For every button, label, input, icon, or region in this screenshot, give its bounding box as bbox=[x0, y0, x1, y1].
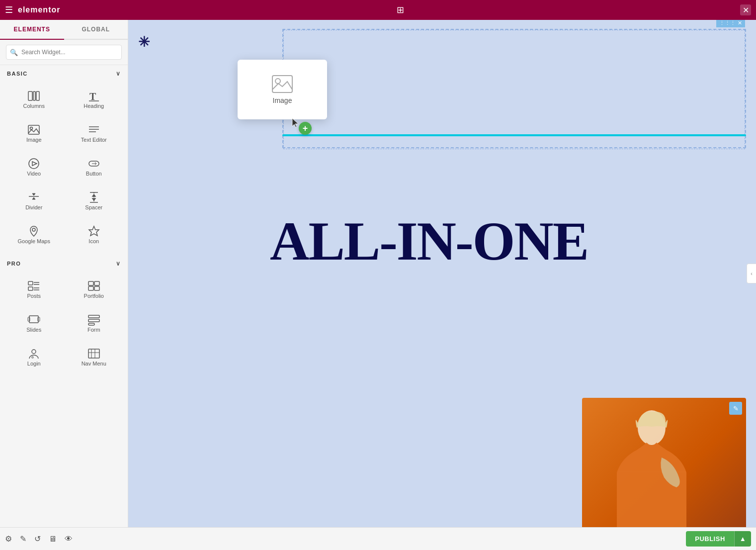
login-icon bbox=[27, 347, 41, 361]
widget-image-label: Image bbox=[26, 137, 42, 143]
widget-login-label: Login bbox=[27, 361, 41, 367]
section-dots-icon[interactable]: ⋮⋮⋮ bbox=[719, 20, 736, 26]
cyan-divider-line bbox=[282, 134, 746, 136]
form-icon bbox=[87, 313, 101, 327]
svg-rect-37 bbox=[88, 315, 99, 318]
widget-video-label: Video bbox=[27, 171, 41, 177]
svg-text:T: T bbox=[89, 91, 96, 102]
svg-rect-24 bbox=[28, 281, 33, 285]
section-pro-header[interactable]: PRO ∨ bbox=[0, 255, 128, 271]
publish-btn-wrap: PUBLISH ▲ bbox=[686, 531, 751, 547]
photo-edit-button[interactable]: ✎ bbox=[729, 402, 742, 415]
svg-rect-32 bbox=[88, 286, 93, 290]
tab-elements[interactable]: ELEMENTS bbox=[0, 20, 64, 40]
widget-video[interactable]: Video bbox=[4, 149, 64, 183]
close-button[interactable]: ✕ bbox=[740, 4, 751, 15]
widget-icon[interactable]: Icon bbox=[64, 216, 124, 250]
widget-text-editor-label: Text Editor bbox=[81, 137, 107, 143]
responsive-icon[interactable]: 🖥 bbox=[49, 535, 57, 544]
all-in-one-text: ALL-IN-ONE bbox=[270, 214, 751, 269]
columns-icon bbox=[27, 89, 41, 103]
section-basic-header[interactable]: BASIC ∨ bbox=[0, 65, 128, 81]
svg-marker-11 bbox=[32, 162, 37, 166]
widget-login[interactable]: Login bbox=[4, 339, 64, 372]
google-maps-icon bbox=[27, 224, 41, 238]
svg-rect-31 bbox=[94, 281, 99, 285]
widget-portfolio-label: Portfolio bbox=[84, 293, 104, 299]
widget-spacer[interactable]: Spacer bbox=[64, 183, 124, 216]
pro-chevron-down-icon: ∨ bbox=[116, 260, 121, 267]
widget-image[interactable]: Image bbox=[4, 115, 64, 149]
publish-arrow-button[interactable]: ▲ bbox=[734, 531, 751, 547]
widget-heading[interactable]: T Heading bbox=[64, 81, 124, 115]
widget-form[interactable]: Form bbox=[64, 305, 124, 339]
section-close-icon[interactable]: ✕ bbox=[738, 20, 742, 26]
widget-divider[interactable]: Divider bbox=[4, 183, 64, 216]
text-editor-icon bbox=[87, 123, 101, 137]
add-widget-button[interactable]: + bbox=[299, 122, 312, 135]
slides-icon bbox=[27, 313, 41, 327]
canvas-inner: ✳ ⋮⋮⋮ ✕ Image bbox=[128, 20, 756, 527]
svg-marker-16 bbox=[32, 193, 35, 195]
svg-rect-5 bbox=[28, 125, 39, 134]
section-pro-label: PRO bbox=[7, 261, 21, 267]
svg-rect-42 bbox=[88, 349, 99, 358]
svg-marker-15 bbox=[32, 197, 35, 199]
section-container[interactable]: ⋮⋮⋮ ✕ bbox=[282, 29, 746, 148]
edit-icon[interactable]: ✎ bbox=[20, 534, 26, 544]
image-drag-icon bbox=[271, 75, 293, 93]
bottom-icons: ⚙ ✎ ↺ 🖥 👁 bbox=[5, 534, 73, 544]
image-drag-label: Image bbox=[273, 96, 292, 104]
widget-columns[interactable]: Columns bbox=[4, 81, 64, 115]
sidebar: ELEMENTS GLOBAL 🔍 BASIC ∨ bbox=[0, 20, 128, 527]
widget-nav-menu[interactable]: Nav Menu bbox=[64, 339, 124, 372]
widget-nav-menu-label: Nav Menu bbox=[82, 361, 106, 367]
widget-button-label: Button bbox=[86, 171, 102, 177]
nav-menu-icon bbox=[87, 347, 101, 361]
svg-point-40 bbox=[32, 350, 36, 354]
widget-posts-label: Posts bbox=[27, 293, 41, 299]
svg-marker-21 bbox=[92, 198, 95, 200]
cursor-icon bbox=[291, 117, 300, 128]
widget-columns-label: Columns bbox=[23, 103, 45, 109]
svg-rect-39 bbox=[88, 323, 94, 325]
search-input[interactable] bbox=[6, 45, 122, 60]
svg-rect-34 bbox=[29, 316, 38, 323]
section-topbar: ⋮⋮⋮ ✕ bbox=[716, 20, 745, 27]
tab-global[interactable]: GLOBAL bbox=[64, 20, 128, 39]
search-icon: 🔍 bbox=[10, 49, 18, 56]
svg-point-47 bbox=[275, 79, 280, 84]
grid-icon[interactable]: ⊞ bbox=[397, 4, 404, 15]
widget-button[interactable]: Button bbox=[64, 149, 124, 183]
section-basic-label: BASIC bbox=[7, 71, 28, 77]
sidebar-tabs: ELEMENTS GLOBAL bbox=[0, 20, 128, 40]
widget-google-maps-label: Google Maps bbox=[18, 238, 50, 244]
history-icon[interactable]: ↺ bbox=[34, 534, 41, 544]
widget-portfolio[interactable]: Portfolio bbox=[64, 271, 124, 305]
search-box: 🔍 bbox=[0, 40, 128, 65]
widget-text-editor[interactable]: Text Editor bbox=[64, 115, 124, 149]
settings-icon[interactable]: ⚙ bbox=[5, 534, 12, 544]
widget-posts[interactable]: Posts bbox=[4, 271, 64, 305]
widget-google-maps[interactable]: Google Maps bbox=[4, 216, 64, 250]
portfolio-icon bbox=[87, 279, 101, 293]
publish-button[interactable]: PUBLISH bbox=[686, 531, 734, 547]
top-bar: ☰ elementor ⊞ ✕ bbox=[0, 0, 756, 20]
woman-figure bbox=[597, 408, 706, 527]
image-icon bbox=[27, 123, 41, 137]
widget-icon-label: Icon bbox=[88, 238, 99, 244]
divider-icon bbox=[27, 190, 41, 204]
chevron-down-icon: ∨ bbox=[116, 70, 121, 77]
toggle-sidebar-button[interactable]: ‹ bbox=[747, 264, 756, 283]
widget-spacer-label: Spacer bbox=[85, 204, 102, 210]
widget-divider-label: Divider bbox=[25, 204, 42, 210]
posts-icon bbox=[27, 279, 41, 293]
basic-widget-grid: Columns T Heading Image bbox=[0, 81, 128, 255]
canvas-area: ‹ ✳ ⋮⋮⋮ ✕ Image bbox=[128, 20, 756, 527]
hamburger-icon[interactable]: ☰ bbox=[5, 4, 13, 15]
photo-background bbox=[582, 398, 746, 527]
icon-icon bbox=[87, 224, 101, 238]
eye-icon[interactable]: 👁 bbox=[65, 535, 73, 544]
widget-slides[interactable]: Slides bbox=[4, 305, 64, 339]
svg-rect-30 bbox=[88, 281, 93, 285]
